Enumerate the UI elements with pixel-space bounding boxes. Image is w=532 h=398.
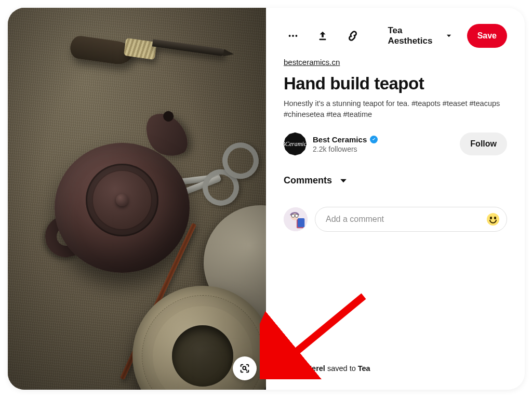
chevron-down-icon	[338, 176, 349, 186]
image-vignette	[8, 8, 266, 390]
avatar-illustration	[284, 207, 308, 231]
save-button[interactable]: Save	[467, 24, 507, 48]
svg-point-7	[291, 214, 295, 217]
comments-toggle[interactable]: Comments	[284, 175, 349, 186]
pin-details: Tea Aesthetics Save bestceramics.cn Hand…	[266, 8, 525, 390]
pin-title: Hand build teapot	[284, 74, 507, 94]
creator-avatar[interactable]: BCeramics	[284, 132, 307, 155]
share-icon	[317, 30, 328, 42]
saved-text: Merel saved to Tea	[305, 364, 370, 373]
verified-badge-icon	[370, 136, 378, 143]
svg-point-8	[295, 214, 298, 217]
emoji-picker-button[interactable]	[487, 213, 499, 225]
follow-button[interactable]: Follow	[460, 132, 507, 155]
saved-user-avatar	[284, 361, 299, 376]
creator-avatar-initials: BCeramics	[281, 140, 309, 148]
more-button[interactable]	[284, 25, 302, 46]
visual-search-icon	[239, 363, 250, 374]
svg-rect-4	[320, 39, 326, 41]
comment-input-row	[284, 207, 507, 232]
comment-input[interactable]	[326, 215, 487, 224]
saved-user-name: Merel	[305, 364, 325, 373]
comments-label: Comments	[284, 175, 332, 186]
saved-board-name: Tea	[358, 364, 370, 373]
chevron-down-icon	[445, 32, 453, 40]
more-icon	[287, 30, 299, 42]
current-user-avatar[interactable]	[284, 207, 308, 231]
pin-card: Tea Aesthetics Save bestceramics.cn Hand…	[8, 8, 525, 390]
saved-middle-text: saved to	[325, 364, 358, 373]
svg-point-2	[292, 35, 294, 37]
visual-search-button[interactable]	[233, 356, 257, 380]
creator-row: BCeramics Best Ceramics 2.2k followers F…	[284, 132, 507, 155]
share-button[interactable]	[313, 25, 331, 46]
svg-point-1	[288, 35, 290, 37]
creator-name[interactable]: Best Ceramics	[313, 135, 367, 144]
source-link[interactable]: bestceramics.cn	[284, 58, 340, 67]
pin-description: Honestly it's a stunning teapot for tea.…	[284, 98, 507, 120]
svg-rect-10	[298, 218, 304, 227]
pin-image[interactable]	[8, 8, 266, 390]
board-selector[interactable]: Tea Aesthetics	[384, 21, 455, 50]
creator-followers: 2.2k followers	[313, 145, 378, 153]
comment-field[interactable]	[315, 207, 507, 232]
creator-meta: Best Ceramics 2.2k followers	[313, 135, 378, 153]
board-selected-label: Tea Aesthetics	[388, 25, 442, 46]
link-icon	[347, 30, 358, 42]
copy-link-button[interactable]	[343, 25, 362, 46]
pin-toolbar: Tea Aesthetics Save	[284, 21, 507, 50]
saved-by-row[interactable]: Merel saved to Tea	[284, 361, 370, 376]
svg-point-3	[295, 35, 297, 37]
